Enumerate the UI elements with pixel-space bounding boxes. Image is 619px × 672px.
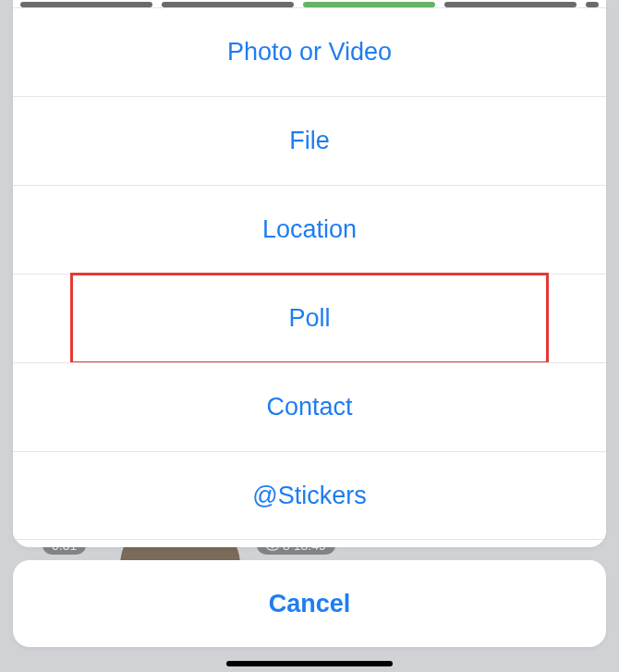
option-location[interactable]: Location — [13, 185, 606, 274]
option-stickers[interactable]: @Stickers — [13, 451, 606, 540]
option-label: Photo or Video — [227, 38, 392, 67]
option-poll[interactable]: Poll — [13, 274, 606, 362]
attachment-options-group: Photo or Video File Location Poll Contac… — [13, 0, 606, 547]
cancel-button[interactable]: Cancel — [13, 560, 606, 647]
option-file[interactable]: File — [13, 96, 606, 185]
option-photo-video[interactable]: Photo or Video — [13, 7, 606, 96]
attachment-action-sheet: Photo or Video File Location Poll Contac… — [13, 0, 606, 661]
option-label: File — [289, 127, 330, 155]
option-label: @Stickers — [252, 482, 366, 510]
option-contact[interactable]: Contact — [13, 362, 606, 451]
home-indicator[interactable] — [226, 661, 393, 666]
option-label: Location — [262, 215, 357, 244]
option-label: Poll — [288, 304, 330, 333]
media-thumbnails-row — [13, 0, 606, 7]
option-label: Contact — [266, 393, 352, 422]
cancel-label: Cancel — [269, 590, 351, 618]
